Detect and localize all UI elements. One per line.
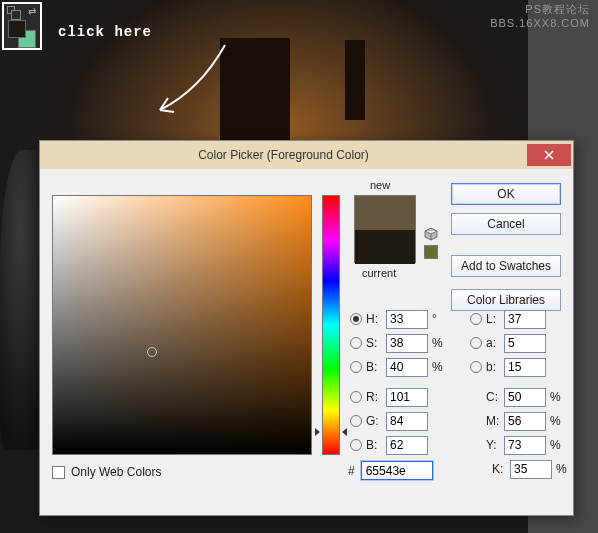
radio-s[interactable]	[350, 337, 362, 349]
close-icon	[544, 150, 554, 160]
radio-bc[interactable]	[350, 439, 362, 451]
color-preview	[354, 195, 416, 263]
add-to-swatches-button[interactable]: Add to Swatches	[451, 255, 561, 277]
annotation-arrow	[140, 40, 230, 130]
bg-tower	[345, 40, 365, 120]
input-hex[interactable]	[361, 461, 433, 480]
input-l[interactable]	[504, 310, 546, 329]
bg-building	[220, 38, 290, 148]
swap-colors-icon[interactable]: ⇄	[28, 6, 38, 16]
hue-slider[interactable]	[322, 195, 340, 455]
input-bc[interactable]	[386, 436, 428, 455]
new-color-swatch[interactable]	[355, 196, 415, 230]
foreground-background-swatch[interactable]: ⇄	[2, 2, 42, 50]
input-m[interactable]	[504, 412, 546, 431]
dialog-title: Color Picker (Foreground Color)	[40, 148, 527, 162]
only-web-colors-row[interactable]: Only Web Colors	[52, 465, 161, 479]
input-g[interactable]	[386, 412, 428, 431]
radio-l[interactable]	[470, 313, 482, 325]
radio-h[interactable]	[350, 313, 362, 325]
close-button[interactable]	[527, 144, 571, 166]
input-y[interactable]	[504, 436, 546, 455]
input-r[interactable]	[386, 388, 428, 407]
input-c[interactable]	[504, 388, 546, 407]
radio-a[interactable]	[470, 337, 482, 349]
nearest-websafe-swatch[interactable]	[424, 245, 438, 259]
radio-b[interactable]	[350, 361, 362, 373]
input-bb[interactable]	[504, 358, 546, 377]
hash-label: #	[348, 464, 355, 478]
radio-r[interactable]	[350, 391, 362, 403]
only-web-colors-checkbox[interactable]	[52, 466, 65, 479]
input-k[interactable]	[510, 460, 552, 479]
input-h[interactable]	[386, 310, 428, 329]
color-picker-dialog: Color Picker (Foreground Color) new curr…	[39, 140, 574, 516]
radio-bb[interactable]	[470, 361, 482, 373]
hint-text: click here	[58, 24, 152, 40]
cancel-button[interactable]: Cancel	[451, 213, 561, 235]
default-colors-icon[interactable]	[7, 6, 15, 14]
input-a[interactable]	[504, 334, 546, 353]
cube-icon[interactable]	[424, 227, 438, 241]
color-fields: H: ° L: S: % a: B: % b: R:	[350, 307, 574, 481]
watermark: PS教程论坛 BBS.16XX8.COM	[490, 2, 590, 31]
ok-button[interactable]: OK	[451, 183, 561, 205]
input-bv[interactable]	[386, 358, 428, 377]
hex-row: #	[348, 461, 433, 480]
sv-marker[interactable]	[147, 347, 157, 357]
only-web-colors-label: Only Web Colors	[71, 465, 161, 479]
current-color-swatch[interactable]	[355, 230, 415, 264]
label-new: new	[370, 179, 390, 191]
radio-g[interactable]	[350, 415, 362, 427]
saturation-value-field[interactable]	[52, 195, 312, 455]
input-s[interactable]	[386, 334, 428, 353]
foreground-color-swatch[interactable]	[8, 20, 26, 38]
titlebar[interactable]: Color Picker (Foreground Color)	[40, 141, 573, 169]
label-current: current	[362, 267, 396, 279]
